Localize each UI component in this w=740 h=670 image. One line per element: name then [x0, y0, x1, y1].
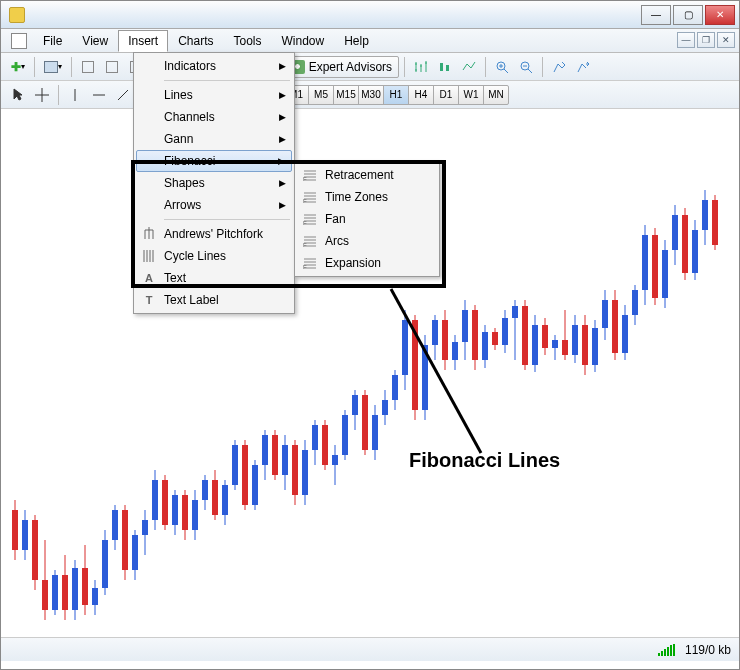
annotation-arrow	[1, 1, 740, 670]
app-window: — ▢ ✕ File View Insert Charts Tools Wind…	[0, 0, 740, 670]
svg-line-151	[391, 289, 481, 453]
menu-insert[interactable]: Insert	[118, 30, 168, 52]
